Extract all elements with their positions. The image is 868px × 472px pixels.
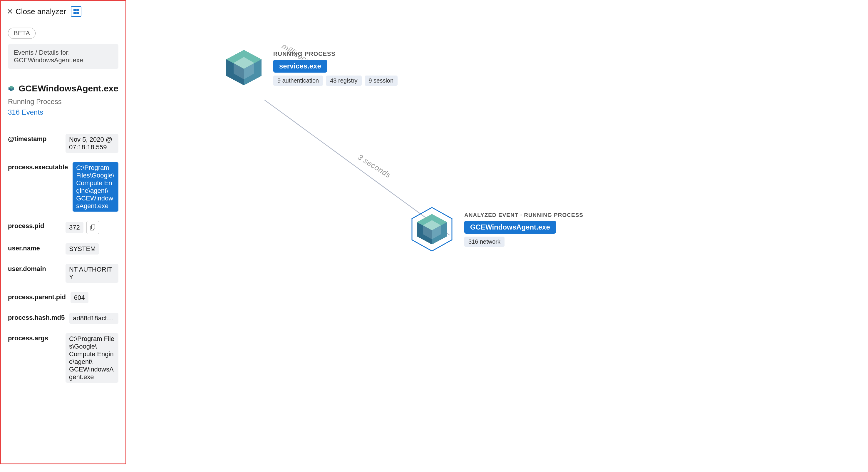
services-tags: 9 authentication 43 registry 9 session <box>273 76 398 86</box>
gce-cube-wrapper <box>408 206 456 253</box>
services-label-row: RUNNING PROCESS services.exe 9 authentic… <box>273 51 398 86</box>
svg-rect-3 <box>76 12 79 14</box>
services-type-label: RUNNING PROCESS <box>273 51 336 57</box>
field-label-timestamp: @timestamp <box>8 134 61 143</box>
field-label-args: process.args <box>8 333 61 342</box>
copy-pid-button[interactable] <box>86 221 99 234</box>
field-value-timestamp: Nov 5, 2020 @ 07:18:18.559 <box>65 134 118 153</box>
field-value-username: SYSTEM <box>65 243 99 255</box>
field-label-userdomain: user.domain <box>8 264 61 273</box>
field-label-parentpid: process.parent.pid <box>8 292 66 301</box>
close-icon: ✕ <box>7 7 13 16</box>
services-tag-registry: 43 registry <box>326 76 362 86</box>
left-panel: ✕ Close analyzer BETA Events / Details f… <box>0 0 126 464</box>
field-label-username: user.name <box>8 243 61 252</box>
close-analyzer-button[interactable]: ✕ Close analyzer <box>7 7 66 16</box>
fields-table: @timestamp Nov 5, 2020 @ 07:18:18.559 pr… <box>1 129 125 387</box>
services-tag-session: 9 session <box>365 76 398 86</box>
gce-tags: 316 network <box>464 237 504 247</box>
svg-rect-0 <box>73 9 76 11</box>
svg-rect-9 <box>91 225 95 229</box>
field-row-timestamp: @timestamp Nov 5, 2020 @ 07:18:18.559 <box>1 129 125 157</box>
field-row-userdomain: user.domain NT AUTHORITY <box>1 259 125 288</box>
field-value-executable: C:\Program Files\Google\Compute Engine\a… <box>72 162 118 212</box>
field-row-parentpid: process.parent.pid 604 <box>1 288 125 308</box>
canvas-area: milliseconds 3 seconds RUNNING PROCESS s… <box>126 0 868 472</box>
field-label-pid: process.pid <box>8 221 61 230</box>
services-tag-auth: 9 authentication <box>273 76 323 86</box>
copy-icon <box>90 224 96 231</box>
field-row-args: process.args C:\Program Files\Google\Com… <box>1 329 125 387</box>
edge-label-seconds: 3 seconds <box>356 152 393 180</box>
process-icon-row: GCEWindowsAgent.exe <box>8 82 118 95</box>
svg-rect-1 <box>76 9 79 11</box>
layout-icon[interactable] <box>71 6 82 17</box>
field-row-md5: process.hash.md5 ad88d18acf9c0e1c78b6f6d… <box>1 308 125 329</box>
process-name: GCEWindowsAgent.exe <box>19 84 118 93</box>
close-label: Close analyzer <box>16 7 66 16</box>
field-value-userdomain: NT AUTHORITY <box>65 264 118 283</box>
field-value-md5: ad88d18acf9c0e1c78b6f6d89c6f09 <box>69 313 118 324</box>
process-info: GCEWindowsAgent.exe Running Process 316 … <box>1 76 125 122</box>
gce-name-badge[interactable]: GCEWindowsAgent.exe <box>464 221 556 234</box>
field-value-parentpid: 604 <box>70 292 88 303</box>
svg-rect-2 <box>73 12 76 14</box>
pid-value-row: 372 <box>65 221 99 234</box>
events-link[interactable]: 316 Events <box>8 108 43 116</box>
field-row-pid: process.pid 372 <box>1 216 125 239</box>
field-label-md5: process.hash.md5 <box>8 313 65 322</box>
field-row-executable: process.executable C:\Program Files\Goog… <box>1 157 125 216</box>
node-gce[interactable]: ANALYZED EVENT · RUNNING PROCESS GCEWind… <box>408 206 583 253</box>
gce-type-label: ANALYZED EVENT · RUNNING PROCESS <box>464 212 583 218</box>
services-cube-svg <box>223 47 265 88</box>
field-row-username: user.name SYSTEM <box>1 239 125 259</box>
field-value-args: C:\Program Files\Google\Compute Engine\a… <box>65 333 118 383</box>
process-icon <box>8 82 14 95</box>
gce-cube-svg <box>414 212 450 247</box>
layout-icon-svg <box>73 8 79 14</box>
field-value-pid: 372 <box>65 222 84 233</box>
beta-badge: BETA <box>8 28 36 39</box>
breadcrumb: Events / Details for: GCEWindowsAgent.ex… <box>8 44 118 69</box>
services-cube <box>223 47 265 89</box>
field-label-executable: process.executable <box>8 162 68 171</box>
gce-tag-network: 316 network <box>464 237 504 247</box>
process-type: Running Process <box>8 97 118 106</box>
panel-header: ✕ Close analyzer <box>1 1 125 22</box>
gce-label-row: ANALYZED EVENT · RUNNING PROCESS GCEWind… <box>464 212 583 247</box>
node-services[interactable]: RUNNING PROCESS services.exe 9 authentic… <box>223 47 398 89</box>
services-name-badge[interactable]: services.exe <box>273 60 327 72</box>
